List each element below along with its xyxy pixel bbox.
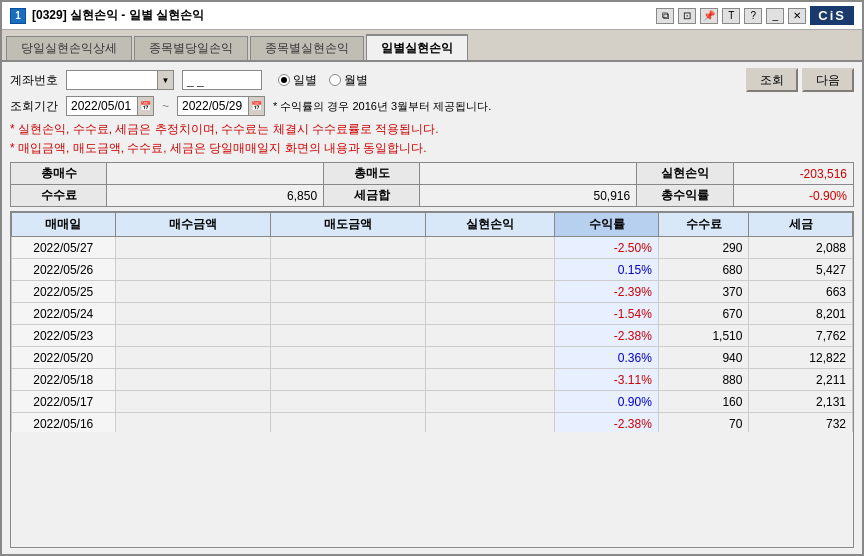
cell-date: 2022/05/24 [12, 303, 116, 325]
summary-header-sell: 총매도 [324, 163, 420, 185]
calendar-from-icon[interactable]: 📅 [137, 97, 153, 115]
summary-value-sell [420, 163, 637, 185]
notice2: * 실현손익, 수수료, 세금은 추정치이며, 수수료는 체결시 수수료률로 적… [10, 120, 854, 139]
cell-buy [115, 347, 270, 369]
title-controls: ⧉ ⊡ 📌 T ? _ ✕ CiS [656, 6, 854, 25]
cell-rate: 0.36% [555, 347, 659, 369]
cell-buy [115, 325, 270, 347]
help-btn[interactable]: T [722, 8, 740, 24]
date-separator: ~ [162, 99, 169, 113]
window-title: [0329] 실현손익 - 일별 실현손익 [32, 7, 204, 24]
notices: * 실현손익, 수수료, 세금은 추정치이며, 수수료는 체결시 수수료률로 적… [10, 120, 854, 158]
radio-monthly[interactable]: 월별 [329, 72, 368, 89]
radio-daily[interactable]: 일별 [278, 72, 317, 89]
radio-daily-circle[interactable] [278, 74, 290, 86]
cell-fee: 290 [658, 237, 749, 259]
account-dropdown[interactable]: ▼ [66, 70, 174, 90]
summary-value-tax: 50,916 [420, 185, 637, 207]
cell-buy [115, 413, 270, 433]
date-from-input[interactable]: 📅 [66, 96, 154, 116]
data-table: 매매일 매수금액 매도금액 실현손익 수익률 수수료 세금 2022/05/27… [11, 212, 853, 432]
restore-btn[interactable]: ⧉ [656, 8, 674, 24]
cell-date: 2022/05/25 [12, 281, 116, 303]
table-row: 2022/05/26 0.15% 680 5,427 [12, 259, 853, 281]
cell-date: 2022/05/16 [12, 413, 116, 433]
cell-sell [270, 281, 425, 303]
table-body: 2022/05/27 -2.50% 290 2,088 2022/05/26 0… [12, 237, 853, 433]
cell-fee: 70 [658, 413, 749, 433]
copy-btn[interactable]: ⊡ [678, 8, 696, 24]
cell-rate: -2.38% [555, 325, 659, 347]
cell-profit [426, 281, 555, 303]
summary-value-buy [107, 163, 324, 185]
next-button[interactable]: 다음 [802, 68, 854, 92]
cis-logo: CiS [810, 6, 854, 25]
scroll-container[interactable]: 매매일 매수금액 매도금액 실현손익 수익률 수수료 세금 2022/05/27… [11, 212, 853, 432]
account-input[interactable] [67, 73, 157, 87]
cell-date: 2022/05/27 [12, 237, 116, 259]
notice3: * 매입금액, 매도금액, 수수료, 세금은 당일매매일지 화면의 내용과 동일… [10, 139, 854, 158]
title-bar: 1 [0329] 실현손익 - 일별 실현손익 ⧉ ⊡ 📌 T ? _ ✕ Ci… [2, 2, 862, 30]
main-window: 1 [0329] 실현손익 - 일별 실현손익 ⧉ ⊡ 📌 T ? _ ✕ Ci… [0, 0, 864, 556]
dropdown-arrow-icon[interactable]: ▼ [157, 71, 173, 89]
cell-profit [426, 237, 555, 259]
cell-profit [426, 413, 555, 433]
data-table-wrapper: 매매일 매수금액 매도금액 실현손익 수익률 수수료 세금 2022/05/27… [10, 211, 854, 548]
tab-stock-realized[interactable]: 종목별실현손익 [250, 36, 364, 60]
tab-daily-detail[interactable]: 당일실현손익상세 [6, 36, 132, 60]
radio-monthly-circle[interactable] [329, 74, 341, 86]
date-to-input[interactable]: 📅 [177, 96, 265, 116]
table-row: 2022/05/23 -2.38% 1,510 7,762 [12, 325, 853, 347]
date-to-field[interactable] [178, 99, 248, 113]
tabs-bar: 당일실현손익상세 종목별당일손익 종목별실현손익 일별실현손익 [2, 30, 862, 62]
radio-monthly-label: 월별 [344, 72, 368, 89]
question-btn[interactable]: ? [744, 8, 762, 24]
table-row: 2022/05/25 -2.39% 370 663 [12, 281, 853, 303]
minimize-btn[interactable]: _ [766, 8, 784, 24]
th-sell: 매도금액 [270, 213, 425, 237]
tab-stock-daily[interactable]: 종목별당일손익 [134, 36, 248, 60]
pin-btn[interactable]: 📌 [700, 8, 718, 24]
cell-sell [270, 325, 425, 347]
cell-fee: 370 [658, 281, 749, 303]
search-button[interactable]: 조회 [746, 68, 798, 92]
radio-group: 일별 월별 [278, 72, 368, 89]
table-row: 2022/05/27 -2.50% 290 2,088 [12, 237, 853, 259]
cell-tax: 2,088 [749, 237, 853, 259]
cell-rate: -3.11% [555, 369, 659, 391]
cell-rate: -2.39% [555, 281, 659, 303]
summary-header-profit: 실현손익 [637, 163, 733, 185]
table-header: 매매일 매수금액 매도금액 실현손익 수익률 수수료 세금 [12, 213, 853, 237]
date-from-field[interactable] [67, 99, 137, 113]
table-row: 2022/05/16 -2.38% 70 732 [12, 413, 853, 433]
cell-date: 2022/05/20 [12, 347, 116, 369]
cell-tax: 732 [749, 413, 853, 433]
cell-tax: 2,131 [749, 391, 853, 413]
tab-daily-realized[interactable]: 일별실현손익 [366, 34, 468, 60]
summary-value-profit: -203,516 [733, 163, 853, 185]
table-row: 2022/05/20 0.36% 940 12,822 [12, 347, 853, 369]
close-btn[interactable]: ✕ [788, 8, 806, 24]
cell-fee: 940 [658, 347, 749, 369]
cell-fee: 670 [658, 303, 749, 325]
cell-sell [270, 347, 425, 369]
window-icon: 1 [10, 8, 26, 24]
account-row: 계좌번호 ▼ _ _ 일별 월별 조회 다음 [10, 68, 854, 92]
summary-value-fee: 6,850 [107, 185, 324, 207]
cell-profit [426, 391, 555, 413]
cell-date: 2022/05/26 [12, 259, 116, 281]
title-left: 1 [0329] 실현손익 - 일별 실현손익 [10, 7, 204, 24]
cell-tax: 8,201 [749, 303, 853, 325]
summary-header-rate: 총수익률 [637, 185, 733, 207]
cell-buy [115, 237, 270, 259]
th-fee: 수수료 [658, 213, 749, 237]
cell-fee: 1,510 [658, 325, 749, 347]
summary-header-buy: 총매수 [11, 163, 107, 185]
calendar-to-icon[interactable]: 📅 [248, 97, 264, 115]
cell-fee: 880 [658, 369, 749, 391]
cell-profit [426, 369, 555, 391]
cell-tax: 2,211 [749, 369, 853, 391]
cell-buy [115, 259, 270, 281]
cell-buy [115, 281, 270, 303]
cell-profit [426, 259, 555, 281]
